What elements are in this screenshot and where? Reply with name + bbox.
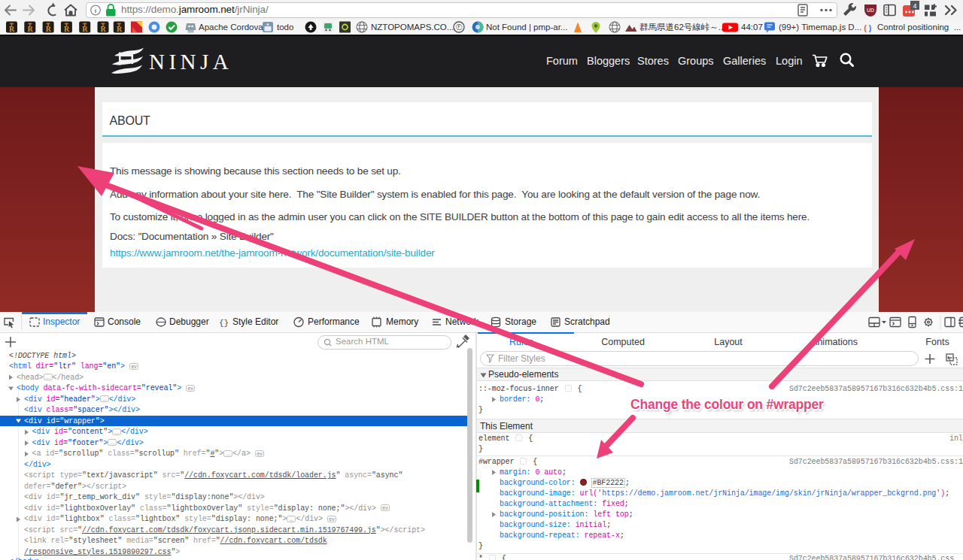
svg-text:{}: {} [219,319,229,328]
svg-text:R: R [9,25,15,33]
svg-text:4: 4 [913,2,916,10]
svg-text:): ) [867,24,873,33]
svg-text:Ⓕ: Ⓕ [456,23,463,31]
svg-text:UD: UD [867,8,874,13]
